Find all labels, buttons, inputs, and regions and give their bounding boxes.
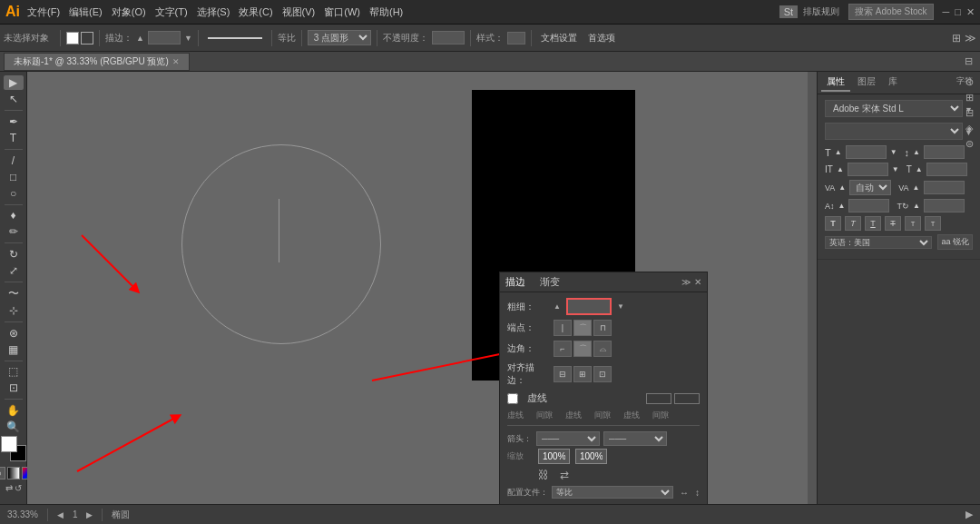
library-icon[interactable]: ⊟ bbox=[965, 107, 978, 119]
font-style-select[interactable] bbox=[825, 123, 963, 140]
none-btn[interactable]: ⊘ bbox=[0, 467, 5, 480]
layout-rules[interactable]: 排版规则 bbox=[803, 5, 839, 18]
layers-tab[interactable]: 图层 bbox=[852, 74, 881, 92]
size-up[interactable]: ▲ bbox=[835, 148, 842, 156]
canvas-area[interactable]: 描边 渐变 ≫ ✕ 粗细： ▲ 2 pt ▼ bbox=[27, 72, 817, 504]
stroke-swatch[interactable] bbox=[81, 32, 93, 44]
warp-tool[interactable]: 〜 bbox=[4, 286, 24, 302]
stroke-tab[interactable]: 描边 bbox=[505, 275, 525, 289]
line-tool[interactable]: / bbox=[4, 153, 24, 168]
preferences-button[interactable]: 首选项 bbox=[584, 30, 619, 46]
gradient-tab[interactable]: 渐变 bbox=[540, 275, 560, 289]
pencil-tool[interactable]: ✏ bbox=[4, 224, 24, 239]
ellipse-shape[interactable] bbox=[181, 144, 381, 344]
maximize-button[interactable]: □ bbox=[955, 6, 961, 17]
menu-object[interactable]: 对象(O) bbox=[112, 5, 146, 19]
doc-setup-button[interactable]: 文档设置 bbox=[537, 30, 581, 46]
selection-tool[interactable]: ▶ bbox=[4, 75, 24, 90]
direct-select-tool[interactable]: ↖ bbox=[4, 92, 24, 106]
language-select[interactable]: 英语：美国 bbox=[825, 236, 932, 249]
gradient-btn[interactable] bbox=[7, 467, 20, 480]
artboard-tool[interactable]: ⬚ bbox=[4, 364, 24, 379]
panel-menu-icon[interactable]: ≫ bbox=[681, 277, 691, 287]
menu-window[interactable]: 窗口(W) bbox=[324, 5, 360, 19]
properties-tab[interactable]: 属性 bbox=[821, 74, 850, 92]
document-tab[interactable]: 未标题-1* @ 33.33% (RGB/GPU 预览) ✕ bbox=[4, 53, 190, 71]
ellipse-tool[interactable]: ○ bbox=[4, 186, 24, 201]
properties-icon[interactable]: ⊙ bbox=[965, 76, 978, 88]
aa-select[interactable]: aa 锐化 bbox=[937, 234, 973, 250]
rotate-input[interactable]: 0° bbox=[924, 199, 965, 213]
arrow-start-select[interactable]: ─── bbox=[536, 431, 600, 446]
underline-btn[interactable]: T bbox=[865, 216, 881, 231]
font-size-input[interactable]: 12 pt bbox=[846, 145, 887, 159]
menu-text[interactable]: 文字(T) bbox=[155, 5, 188, 19]
menu-help[interactable]: 帮助(H) bbox=[369, 5, 403, 19]
italic-btn[interactable]: T bbox=[845, 216, 861, 231]
arrow-scale-start[interactable] bbox=[538, 449, 570, 464]
layers-icon[interactable]: ⊞ bbox=[965, 92, 978, 104]
profile-flip-y[interactable]: ↕ bbox=[695, 488, 700, 498]
corner-select[interactable]: 3 点圆形 bbox=[308, 30, 371, 45]
scale-h-down[interactable]: ▼ bbox=[892, 165, 899, 173]
dash-style-2[interactable] bbox=[674, 393, 700, 404]
arrow-scale-end[interactable] bbox=[575, 449, 607, 464]
align-center-btn[interactable]: ⊟ bbox=[554, 366, 572, 382]
corner-round-btn[interactable]: ⌒ bbox=[573, 341, 592, 357]
baseline-up[interactable]: ▲ bbox=[838, 202, 846, 210]
menu-effect[interactable]: 效果(C) bbox=[239, 5, 272, 19]
arrow-end-select[interactable]: ─── bbox=[603, 431, 667, 446]
menu-file[interactable]: 文件(F) bbox=[27, 5, 60, 19]
dash-checkbox[interactable] bbox=[507, 393, 518, 404]
kern-select[interactable]: 自动 bbox=[849, 180, 891, 195]
swap-color-btn[interactable]: ⇄ bbox=[5, 483, 13, 493]
bold-btn[interactable]: T bbox=[825, 216, 841, 231]
brush-tool[interactable]: ♦ bbox=[4, 208, 24, 222]
menu-edit[interactable]: 编辑(E) bbox=[69, 5, 103, 19]
align-outside-btn[interactable]: ⊡ bbox=[593, 366, 612, 382]
scale-h-up[interactable]: ▲ bbox=[837, 165, 844, 173]
minimize-button[interactable]: ─ bbox=[943, 6, 950, 17]
type-tool[interactable]: T bbox=[4, 131, 24, 145]
cap-round-btn[interactable]: ⌒ bbox=[573, 320, 592, 336]
rotate-up[interactable]: ▲ bbox=[913, 202, 920, 210]
profile-select[interactable]: 等比 bbox=[552, 486, 673, 499]
weight-down-icon[interactable]: ▼ bbox=[617, 302, 624, 311]
rect-tool[interactable]: □ bbox=[4, 170, 24, 184]
baseline-input[interactable]: 0 pt bbox=[848, 199, 889, 213]
hand-tool[interactable]: ✋ bbox=[4, 403, 24, 418]
stroke-value-input[interactable]: 2 pt bbox=[148, 31, 181, 44]
nav-prev[interactable]: ◀ bbox=[57, 510, 64, 519]
tab-close-button[interactable]: ✕ bbox=[172, 57, 180, 66]
align-inside-btn[interactable]: ⊞ bbox=[573, 366, 592, 382]
align-icon[interactable]: ⊜ bbox=[965, 138, 978, 150]
cap-butt-btn[interactable]: | bbox=[554, 320, 572, 336]
toolbar-options-icon[interactable]: ≫ bbox=[965, 32, 976, 44]
link-icon[interactable]: ⛓ bbox=[538, 469, 549, 481]
stroke-line-preview[interactable] bbox=[208, 37, 262, 39]
stroke-up-arrow[interactable]: ▲ bbox=[136, 34, 144, 43]
scale-tool[interactable]: ⤢ bbox=[4, 263, 24, 278]
track-input[interactable]: 0 bbox=[924, 181, 965, 194]
cap-square-btn[interactable]: ⊓ bbox=[593, 320, 612, 336]
nav-next[interactable]: ▶ bbox=[86, 510, 93, 519]
line-height-input[interactable]: (14.4) bbox=[924, 145, 965, 159]
color-boxes[interactable] bbox=[1, 436, 26, 461]
pen-tool[interactable]: ✒ bbox=[4, 114, 24, 129]
appearance-icon[interactable]: ◈ bbox=[965, 123, 978, 134]
close-button[interactable]: ✕ bbox=[966, 6, 975, 18]
slice-tool[interactable]: ⊡ bbox=[4, 381, 24, 395]
weight-input[interactable]: 2 pt bbox=[566, 298, 612, 315]
profile-flip-x[interactable]: ↔ bbox=[680, 488, 689, 498]
scale-v-up[interactable]: ▲ bbox=[916, 165, 923, 173]
fill-swatch[interactable] bbox=[66, 32, 79, 44]
rotate-tool[interactable]: ↻ bbox=[4, 247, 24, 262]
symbol-tool[interactable]: ⊛ bbox=[4, 326, 24, 341]
height-up[interactable]: ▲ bbox=[913, 148, 920, 156]
size-down[interactable]: ▼ bbox=[890, 148, 897, 156]
reset-color-btn[interactable]: ↺ bbox=[15, 483, 22, 493]
fill-color-box[interactable] bbox=[1, 436, 17, 452]
search-stock[interactable]: 搜索 Adobe Stock bbox=[848, 4, 933, 20]
kern-up[interactable]: ▲ bbox=[838, 183, 846, 192]
arrange-btn[interactable]: ⊟ bbox=[965, 55, 973, 67]
